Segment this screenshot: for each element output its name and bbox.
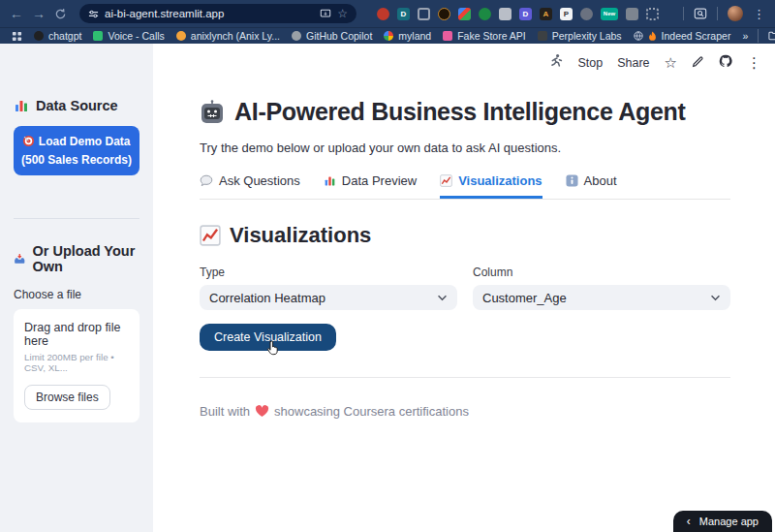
page-title-row: AI-Powered Business Intelligence Agent <box>200 98 730 126</box>
extension-icon[interactable] <box>479 8 491 20</box>
copilot-favicon <box>292 31 301 41</box>
bookmark-perplexity-labs[interactable]: Perplexity Labs <box>538 30 622 42</box>
bookmarks-bar: chatgpt Voice - Calls anixlynch (Anix Ly… <box>0 27 775 44</box>
forward-arrow-icon[interactable]: → <box>32 7 46 20</box>
sidebar-divider <box>14 218 140 219</box>
extension-new-badge[interactable]: New <box>601 8 618 20</box>
app-frame: Data Source Load Demo Data (500 Sales Re… <box>0 44 775 532</box>
site-settings-icon[interactable] <box>88 9 99 19</box>
tab-bar: Ask Questions Data Preview Visualization… <box>200 173 730 200</box>
type-select[interactable]: Correlation Heatmap <box>200 285 457 310</box>
folder-icon <box>768 31 775 41</box>
speech-bubble-icon <box>200 174 213 187</box>
bar-chart-icon <box>324 174 336 187</box>
page-subtitle: Try the demo below or upload your own da… <box>200 141 730 155</box>
bookmark-chatgpt[interactable]: chatgpt <box>34 30 81 42</box>
extension-icon[interactable]: D <box>397 8 410 20</box>
bookmarks-right-cluster: » All Bookmarks <box>742 29 775 43</box>
tab-data-preview[interactable]: Data Preview <box>324 173 417 199</box>
tab-visualizations[interactable]: Visualizations <box>440 173 542 199</box>
data-source-heading-label: Data Source <box>36 98 118 113</box>
file-uploader-dropzone[interactable]: Drag and drop file here Limit 200MB per … <box>14 309 140 422</box>
bookmark-indeed-scraper[interactable]: Indeed Scraper <box>634 30 731 42</box>
back-arrow-icon[interactable]: ← <box>10 7 23 20</box>
bookmark-myland[interactable]: myland <box>384 30 431 42</box>
install-icon[interactable] <box>320 8 331 19</box>
column-select[interactable]: Customer_Age <box>473 285 730 310</box>
star-icon[interactable]: ☆ <box>665 55 677 70</box>
tab-ask-questions[interactable]: Ask Questions <box>200 173 300 199</box>
heart-icon <box>255 405 269 418</box>
menu-dots-icon[interactable]: ⋮ <box>753 7 765 21</box>
chart-up-icon <box>440 174 452 187</box>
github-icon[interactable] <box>719 54 732 71</box>
extension-icon[interactable]: P <box>560 8 573 20</box>
main-panel: Stop Share ☆ ⋮ AI-Powered Business Intel… <box>153 44 775 532</box>
bookmark-anixlynch[interactable]: anixlynch (Anix Ly... <box>176 30 280 42</box>
extension-icon[interactable]: A <box>540 8 552 20</box>
sidebar: Data Source Load Demo Data (500 Sales Re… <box>0 44 153 532</box>
column-field-group: Column Customer_Age <box>473 266 730 310</box>
fire-icon <box>648 31 657 42</box>
bookmark-github-copilot[interactable]: GitHub Copilot <box>292 30 372 42</box>
bar-chart-icon <box>14 98 29 113</box>
inbox-tray-icon <box>14 252 26 266</box>
page-content: AI-Powered Business Intelligence Agent T… <box>200 98 730 419</box>
apps-grid-icon[interactable] <box>12 31 22 42</box>
extension-icon[interactable]: D <box>519 8 532 20</box>
pencil-icon[interactable] <box>692 55 704 71</box>
bookmark-fake-store-api[interactable]: Fake Store API <box>443 30 526 42</box>
chevron-left-icon: ‹ <box>687 515 691 528</box>
submit-wrap: Create Visualization <box>200 324 336 351</box>
column-select-value: Customer_Age <box>482 291 567 305</box>
extension-icon[interactable] <box>418 8 430 20</box>
anixlynch-favicon <box>176 31 186 41</box>
column-label: Column <box>473 266 730 279</box>
bookmark-star-icon[interactable]: ☆ <box>337 8 348 19</box>
reload-icon[interactable] <box>54 8 67 20</box>
chatgpt-favicon <box>34 31 44 41</box>
load-demo-data-label: Load Demo Data (500 Sales Records) <box>21 135 132 167</box>
extension-icons-row: D D A P New <box>377 8 659 20</box>
extension-icon[interactable] <box>438 8 450 20</box>
stop-button[interactable]: Stop <box>577 56 603 70</box>
extensions-puzzle-icon[interactable] <box>646 8 659 20</box>
robot-icon <box>200 100 225 125</box>
chrome-right-cluster: ⋮ <box>683 6 765 21</box>
tab-about[interactable]: About <box>566 173 617 199</box>
manage-app-button[interactable]: ‹ Manage app <box>673 511 772 532</box>
target-icon <box>22 135 35 147</box>
all-bookmarks-button[interactable]: All Bookmarks <box>768 30 775 42</box>
overflow-menu-icon[interactable]: ⋮ <box>747 55 761 70</box>
extension-icon[interactable] <box>626 8 638 20</box>
extension-icon[interactable] <box>377 8 389 20</box>
phone-favicon <box>93 31 103 41</box>
file-limit-text: Limit 200MB per file • CSV, XL... <box>24 352 129 373</box>
url-text[interactable]: ai-bi-agent.streamlit.app <box>105 8 314 19</box>
browse-files-button[interactable]: Browse files <box>24 385 110 410</box>
footer-note: Built with showcasing Coursera certifica… <box>200 404 730 419</box>
extension-icon[interactable] <box>499 8 512 20</box>
upload-heading-label: Or Upload Your Own <box>33 243 140 274</box>
profile-avatar[interactable] <box>728 6 743 21</box>
load-demo-data-button[interactable]: Load Demo Data (500 Sales Records) <box>14 126 140 175</box>
choose-file-label: Choose a file <box>14 288 140 301</box>
hand-cursor-icon <box>265 340 281 360</box>
tab-search-icon[interactable] <box>694 7 707 20</box>
address-bar[interactable]: ai-bi-agent.streamlit.app ☆ <box>79 4 356 23</box>
extension-icon[interactable] <box>458 8 471 20</box>
extension-icon[interactable] <box>580 8 593 20</box>
bookmark-voice-calls[interactable]: Voice - Calls <box>93 30 164 42</box>
footer-suffix: showcasing Coursera certifications <box>274 404 469 419</box>
divider <box>717 7 718 20</box>
type-label: Type <box>200 266 457 279</box>
page-title: AI-Powered Business Intelligence Agent <box>234 98 686 126</box>
share-button[interactable]: Share <box>617 56 649 70</box>
myland-favicon <box>384 31 393 41</box>
bookmarks-overflow-icon[interactable]: » <box>742 30 748 42</box>
chevron-down-icon <box>710 295 721 301</box>
running-person-icon <box>548 53 563 72</box>
upload-heading: Or Upload Your Own <box>14 243 140 274</box>
footer-prefix: Built with <box>200 404 250 419</box>
drag-drop-text: Drag and drop file here <box>24 321 129 348</box>
